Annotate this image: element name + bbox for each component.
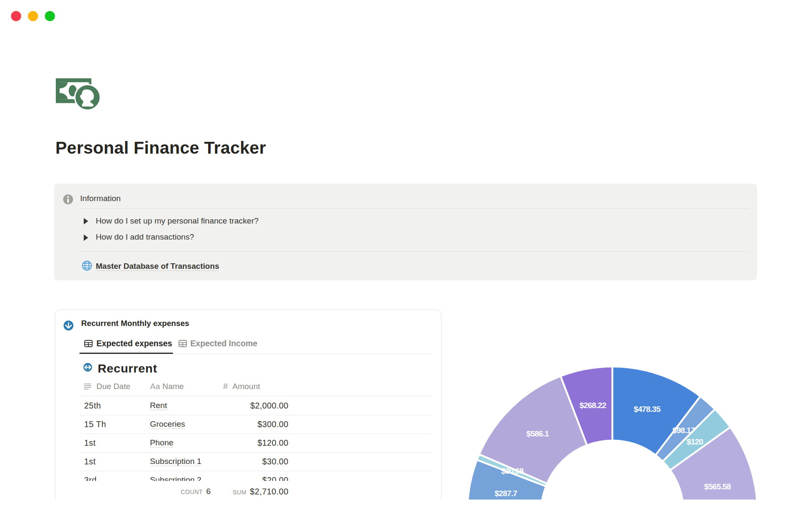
- svg-text:$586.1: $586.1: [527, 429, 549, 438]
- svg-text:$565.58: $565.58: [704, 482, 731, 491]
- svg-text:$120: $120: [686, 437, 703, 446]
- svg-text:$287.7: $287.7: [495, 489, 517, 498]
- svg-text:$268.22: $268.22: [579, 401, 606, 410]
- svg-text:$98.17: $98.17: [672, 426, 695, 435]
- svg-text:$30.68: $30.68: [501, 467, 524, 475]
- svg-text:$478.35: $478.35: [634, 405, 661, 414]
